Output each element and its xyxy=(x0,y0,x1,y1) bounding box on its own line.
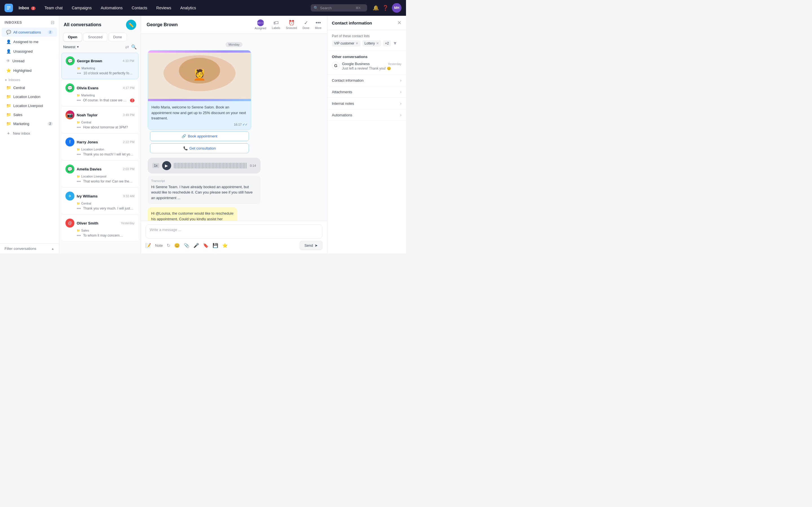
star-icon[interactable]: ⭐ xyxy=(222,243,228,248)
get-consultation-button[interactable]: 📞 Get consultation xyxy=(150,144,249,153)
msg-card: 💆 Hello Maria, welcome to Serene Salon. … xyxy=(148,50,251,130)
conv-item-oliver-smith[interactable]: @ Oliver Smith Yesterday 📁 Sales ••• To … xyxy=(61,215,139,241)
notifications-icon[interactable]: 🔔 xyxy=(373,5,379,11)
sort-button[interactable]: Newest ▼ xyxy=(63,45,79,49)
folder-icon: 📁 xyxy=(6,94,11,99)
audio-speed: 1x xyxy=(152,163,159,168)
conv-item-george-brown[interactable]: 💬 George Brown 4:33 PM 📁 Marketing ••• 1… xyxy=(61,53,139,79)
msg-time: 16:17 ✓✓ xyxy=(151,123,248,126)
conv-name: Ivy Williams xyxy=(77,194,121,198)
conv-tabs: Open Snoozed Done xyxy=(59,33,141,44)
save-icon[interactable]: 💾 xyxy=(213,243,218,248)
conv-item-harry-jones[interactable]: f Harry Jones 2:22 PM 📁 Location London … xyxy=(61,134,139,160)
sidebar-folder-london[interactable]: 📁 Location London xyxy=(2,93,57,101)
contact-info-section[interactable]: Contact information › xyxy=(327,75,406,86)
contact-lists-label: Part of these contact lists xyxy=(332,34,402,38)
done-action[interactable]: ✓ Done xyxy=(303,20,309,30)
conv-item-olivia-evans[interactable]: 💬 Olivia Evans 4:17 PM 📁 Marketing ••• O… xyxy=(61,80,139,106)
done-icon: ✓ xyxy=(304,20,308,26)
audio-message: 1x ▶ 0:14 xyxy=(148,158,260,173)
snoozed-action[interactable]: ⏰ Snoozed xyxy=(286,20,297,30)
search-conversations-icon[interactable]: 🔍 xyxy=(131,44,137,50)
nav-campaigns[interactable]: Campaigns xyxy=(68,4,95,12)
conv-name: Amelia Davies xyxy=(77,167,121,171)
note-label[interactable]: Note xyxy=(155,243,163,247)
folder-label: Marketing xyxy=(13,122,45,126)
remove-tag-button[interactable]: ✕ xyxy=(356,41,358,45)
folder-icon: 📁 xyxy=(6,112,11,117)
nav-team-chat[interactable]: Team chat xyxy=(41,4,66,12)
more-action[interactable]: ••• More xyxy=(315,20,321,30)
refresh-icon[interactable]: ↻ xyxy=(167,243,170,248)
conv-inbox: Marketing xyxy=(81,94,95,97)
search-box[interactable]: 🔍 ⌘K xyxy=(311,4,367,11)
chat-area: George Brown MH +2 Assigned 🏷 Labels ⏰ S… xyxy=(141,16,327,253)
conv-inbox: Location London xyxy=(81,148,104,151)
tab-done[interactable]: Done xyxy=(109,33,127,41)
sidebar-item-label: Assigned to me xyxy=(13,40,53,44)
svg-text:💆: 💆 xyxy=(193,69,206,81)
compose-button[interactable]: ✏️ xyxy=(126,20,136,30)
assigned-action[interactable]: MH +2 Assigned xyxy=(255,19,266,30)
assigned-icon: 👤 xyxy=(6,40,11,44)
audio-icon[interactable]: 🎤 xyxy=(193,243,199,248)
sidebar-folder-marketing[interactable]: 📁 Marketing 2 xyxy=(2,119,57,128)
msg-card-body: Hello Maria, welcome to Serene Salon. Bo… xyxy=(148,101,251,130)
automations-section[interactable]: Automations › xyxy=(327,109,406,121)
sidebar-item-all-conversations[interactable]: 💬 All conversations 2 xyxy=(2,27,57,37)
attachment-icon[interactable]: 📎 xyxy=(184,243,190,248)
nav-inbox[interactable]: Inbox 2 xyxy=(15,4,39,12)
internal-notes-section[interactable]: Internal notes › xyxy=(327,98,406,109)
conv-inbox: Location Liverpool xyxy=(81,175,106,178)
remove-tag-button[interactable]: ✕ xyxy=(376,41,379,45)
search-input[interactable] xyxy=(320,6,354,10)
tab-open[interactable]: Open xyxy=(63,33,82,41)
compose-icon: ✏️ xyxy=(128,22,134,27)
audio-play-button[interactable]: ▶ xyxy=(162,161,171,170)
tag-lottery: Lottery ✕ xyxy=(362,40,381,47)
sidebar-folder-sales[interactable]: 📁 Sales xyxy=(2,110,57,119)
conv-item-noah-taylor[interactable]: 📷 Noah Taylor 3:49 PM 📁 Central ••• How … xyxy=(61,107,139,133)
outgoing-bubble: Hi @Louisa, the customer would like to r… xyxy=(148,207,237,221)
expand-tags-icon[interactable]: ▼ xyxy=(393,41,397,46)
note-icon[interactable]: 📝 xyxy=(146,243,151,248)
book-appointment-button[interactable]: 🔗 Book appointment xyxy=(150,131,249,141)
bookmark-icon[interactable]: 🔖 xyxy=(203,243,209,248)
close-panel-button[interactable]: ✕ xyxy=(397,20,402,26)
labels-action[interactable]: 🏷 Labels xyxy=(272,20,280,30)
filter-chevron-icon: ▲ xyxy=(51,247,54,251)
reassign-icon[interactable]: ⇄ xyxy=(125,44,129,50)
conv-item-ivy-williams[interactable]: ✈ Ivy Williams 9:32 AM 📁 Central ••• Tha… xyxy=(61,188,139,214)
filter-conversations[interactable]: Filter conversations ▲ xyxy=(0,243,59,253)
message-input[interactable]: Write a message ... xyxy=(146,224,322,238)
unassigned-icon: 👤 xyxy=(6,49,11,54)
marketing-badge: 2 xyxy=(48,122,53,126)
tab-snoozed[interactable]: Snoozed xyxy=(83,33,107,41)
sidebar-item-unassigned[interactable]: 👤 Unassigned xyxy=(2,47,57,56)
sidebar-item-unread[interactable]: 👁 Unread xyxy=(2,56,57,65)
send-label: Send xyxy=(305,243,313,247)
inboxes-section: ▼ Inboxes xyxy=(0,75,59,83)
outgoing-text: Hi @Louisa, the customer would like to r… xyxy=(151,211,234,221)
more-tags[interactable]: +2 xyxy=(383,40,391,47)
conv-dots: ••• xyxy=(77,125,81,129)
help-icon[interactable]: ❓ xyxy=(382,5,389,11)
other-conv-item[interactable]: G Google Business Yesterday Just left a … xyxy=(332,62,402,70)
nav-contacts[interactable]: Contacts xyxy=(128,4,151,12)
new-inbox-button[interactable]: ＋ New inbox xyxy=(2,128,57,138)
sidebar-item-assigned-to-me[interactable]: 👤 Assigned to me xyxy=(2,37,57,46)
sidebar-folder-central[interactable]: 📁 Central xyxy=(2,83,57,92)
sidebar-folder-liverpool[interactable]: 📁 Location Liverpool xyxy=(2,101,57,110)
nav-reviews[interactable]: Reviews xyxy=(153,4,174,12)
nav-analytics[interactable]: Analytics xyxy=(177,4,199,12)
send-button[interactable]: Send ➤ xyxy=(300,241,322,250)
sidebar-toggle-icon[interactable]: ⊟ xyxy=(51,20,54,25)
emoji-icon[interactable]: 😊 xyxy=(174,243,180,248)
tag-label: VIP customer xyxy=(334,41,354,45)
app-logo[interactable] xyxy=(4,4,13,12)
nav-automations[interactable]: Automations xyxy=(97,4,126,12)
conv-item-amelia-davies[interactable]: 💬 Amelia Davies 2:03 PM 📁 Location Liver… xyxy=(61,161,139,187)
user-avatar[interactable]: MH xyxy=(392,3,402,13)
attachments-section[interactable]: Attachments › xyxy=(327,86,406,98)
sidebar-item-highlighted[interactable]: ⭐ Highlighted xyxy=(2,66,57,75)
